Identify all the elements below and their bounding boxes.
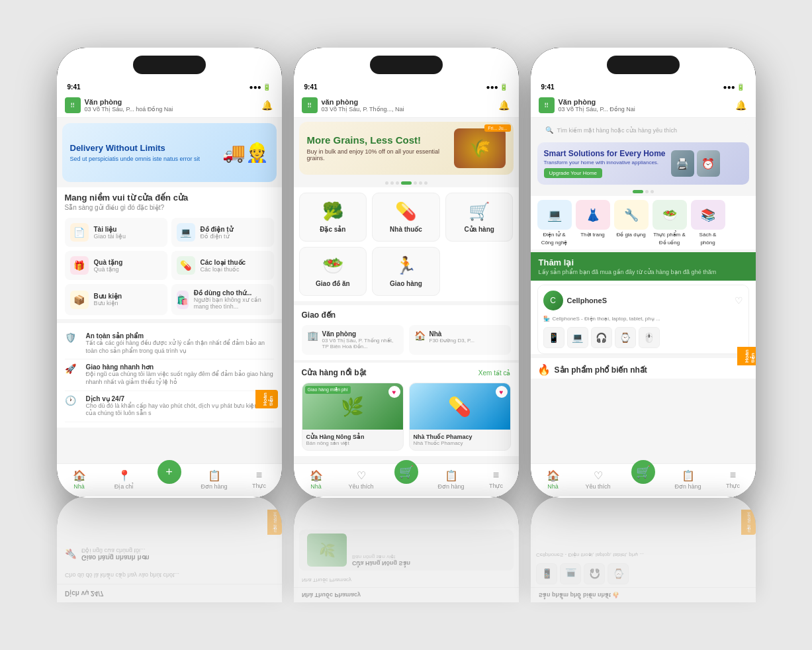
store-heart-0[interactable]: ♥ — [388, 386, 400, 398]
prod-0[interactable]: 📱 — [543, 327, 564, 348]
menu-icon-1[interactable]: ⠿ — [65, 97, 81, 113]
main-cat-icon-4: 🏃 — [395, 255, 416, 276]
phone-3: 9:41 ●●● 🔋 ⠿ Văn phòng 03 Võ Thị Sáu, P.… — [531, 48, 756, 498]
store-card-body-0: Cửa Hàng Nông Sản Bán nông sản việt — [302, 430, 403, 450]
cat-item-0[interactable]: 📄 Tài liệu Giao tài liệu — [65, 218, 167, 247]
menu-icon-2[interactable]: ⠿ — [302, 97, 318, 113]
shop-heart-icon[interactable]: ♡ — [735, 295, 743, 306]
cat-item-5[interactable]: 🛍️ Đồ dùng cho thứ... Người bạn không xư… — [171, 284, 274, 315]
tagline-sub-1: Sẵn sàng gửi điều gì đó đặc biệt? — [65, 204, 274, 211]
cat-thumb-label-0-2: Công nghệ — [541, 240, 568, 246]
nav-home-2[interactable]: 🏠 Nhà — [294, 469, 339, 490]
upgrade-btn[interactable]: Upgrade Your Home — [544, 168, 603, 178]
addr-card-0[interactable]: 🏢 Văn phòng 03 Võ Thị Sáu, P. Thống nhất… — [302, 325, 404, 355]
nav-more-2[interactable]: ≡ Thực — [474, 469, 519, 490]
nav-more-3[interactable]: ≡ Thực — [711, 469, 756, 490]
main-cat-label-1: Nhà thuốc — [390, 226, 422, 233]
nav-center-btn-2[interactable]: 🛒 — [394, 460, 418, 484]
nav-home-label-3: Nhà — [547, 483, 559, 490]
nav-address-label-1: Địa chỉ — [114, 483, 134, 490]
tagline-1: Mang niềm vui từ cửa đến cửa Sẵn sàng gử… — [57, 187, 282, 214]
smart-banner: Smart Solutions for Every Home Transform… — [537, 142, 749, 185]
feature-icon-1: 🚀 — [65, 363, 81, 379]
nav-fav-2[interactable]: ♡ Yêu thích — [339, 469, 384, 490]
prod-3[interactable]: ⌚ — [615, 327, 636, 348]
cat-thumb-0[interactable]: 💻 Điện tử & Công nghệ — [537, 200, 572, 246]
cat-thumb-1[interactable]: 👗 Thời trang — [576, 200, 610, 246]
tagline-title-1: Mang niềm vui từ cửa đến cửa — [65, 193, 274, 203]
nav-home-1[interactable]: 🏠 Nhà — [57, 469, 102, 490]
bell-icon-1[interactable]: 🔔 — [261, 99, 274, 112]
header-1: ⠿ Văn phòng 03 Võ Thị Sáu, P... hoá Đồng… — [57, 93, 282, 118]
status-bar-2: 9:41 ●●● 🔋 — [294, 81, 519, 93]
main-cat-2[interactable]: 🛒 Cửa hàng — [445, 193, 514, 242]
bell-icon-3[interactable]: 🔔 — [735, 99, 748, 112]
nav-center-2[interactable]: 🛒 — [384, 469, 429, 490]
dot-2 — [390, 181, 394, 185]
nav-center-3[interactable]: 🛒 — [621, 469, 666, 490]
time-1: 9:41 — [68, 83, 81, 91]
grain-title: More Grains, Less Cost! — [307, 135, 455, 146]
nav-home-3[interactable]: 🏠 Nhà — [531, 469, 576, 490]
menu-icon-3[interactable]: ⠿ — [539, 97, 555, 113]
home-icon-3: 🏠 — [547, 469, 560, 482]
store-card-1[interactable]: 💊 ♥ Nhà Thuốc Phamacy Nhà Thuốc Phamacy — [409, 383, 511, 451]
main-cat-3[interactable]: 🥗 Giao đồ ăn — [299, 247, 367, 296]
shop-card[interactable]: C CellphoneS ♡ 🏪 CellphoneS - Điện thoại… — [537, 285, 749, 354]
addr-card-1[interactable]: 🏠 Nhà F30 Đường D3, P... — [409, 325, 511, 355]
shop-name-info: CellphoneS — [567, 297, 608, 304]
main-cat-icon-2: 🛒 — [469, 201, 490, 222]
store-emoji-1: 💊 — [448, 396, 471, 418]
fire-icon: 🔥 — [537, 363, 551, 376]
main-cat-0[interactable]: 🥦 Đặc sản — [299, 193, 367, 242]
store-card-0[interactable]: 🌿 Giao hàng miễn phí ♥ Cửa Hàng Nông Sản… — [302, 383, 404, 451]
main-cat-4[interactable]: 🏃 Giao hàng — [372, 247, 440, 296]
banner-title-1: Delivery Without Limits — [70, 143, 217, 154]
nav-orders-3[interactable]: 📋 Đơn hàng — [666, 469, 711, 490]
nav-more-1[interactable]: ≡ Thực — [237, 469, 282, 490]
smart-banner-imgs: 🖨️ ⏰ — [671, 150, 720, 177]
location-3[interactable]: Văn phòng 03 Võ Thị Sáu, P... Đồng Nai — [559, 98, 731, 113]
location-1[interactable]: Văn phòng 03 Võ Thị Sáu, P... hoá Đồng N… — [85, 98, 257, 113]
bell-icon-2[interactable]: 🔔 — [498, 99, 511, 112]
dot3-2 — [645, 190, 649, 193]
cat-item-4[interactable]: 📦 Bưu kiện Bưu kiện — [65, 284, 167, 315]
nav-center-btn-1[interactable]: + — [158, 460, 181, 484]
location-title-1: Văn phòng — [85, 98, 257, 106]
scroll-1[interactable]: Delivery Without Limits Sed ut perspicia… — [57, 118, 282, 463]
scroll-3[interactable]: 🔍 Tìm kiếm mặt hàng hoặc cửa hàng yêu th… — [531, 118, 756, 463]
time-3: 9:41 — [541, 83, 555, 91]
hoan-tien-badge-1: Hoàn tiền — [255, 390, 278, 408]
nav-orders-2[interactable]: 📋 Đơn hàng — [429, 469, 474, 490]
dot-4-active — [401, 181, 412, 185]
address-cards: 🏢 Văn phòng 03 Võ Thị Sáu, P. Thống nhất… — [294, 322, 519, 360]
nav-center-btn-3[interactable]: 🛒 — [631, 460, 655, 484]
store-card-img-1: 💊 ♥ — [410, 383, 510, 430]
fav-icon-2: ♡ — [357, 469, 366, 482]
cat-thumb-4[interactable]: 📚 Sách & phòng — [691, 200, 725, 246]
more-icon-3: ≡ — [730, 469, 736, 481]
main-cat-1[interactable]: 💊 Nhà thuốc — [372, 193, 440, 242]
search-bar-3[interactable]: 🔍 Tìm kiếm mặt hàng hoặc cửa hàng yêu th… — [537, 122, 749, 138]
store-heart-1[interactable]: ♥ — [496, 386, 508, 398]
prod-4[interactable]: 🖱️ — [639, 327, 660, 348]
cat-item-3[interactable]: 💊 Các loại thuốc Các loại thuốc — [171, 251, 274, 280]
feature-text-2: Dịch vụ 24/7 Cho dù đó là khẩn cấp hay v… — [86, 395, 274, 418]
scroll-2[interactable]: More Grains, Less Cost! Buy in bulk and … — [294, 118, 519, 463]
nav-orders-1[interactable]: 📋 Đơn hàng — [192, 469, 237, 490]
header-2: ⠿ văn phòng 03 Võ Thị Sáu, P. Thống..., … — [294, 93, 519, 118]
nav-center-1[interactable]: + — [147, 469, 192, 490]
cat-thumb-3[interactable]: 🥗 Thực phẩm & Đồ uống — [653, 200, 687, 246]
feature-text-1: Giao hàng nhanh hơn Đội ngũ của chúng tô… — [86, 363, 274, 386]
cat-item-1[interactable]: 💻 Đồ điện tử Đồ điện tử — [171, 218, 274, 247]
xem-tat-ca-link[interactable]: Xem tất cả — [478, 369, 511, 377]
prod-1[interactable]: 💻 — [567, 327, 588, 348]
nav-address-1[interactable]: 📍 Địa chỉ — [102, 469, 147, 490]
nav-fav-3[interactable]: ♡ Yêu thích — [576, 469, 621, 490]
phone-2-notch — [370, 56, 443, 74]
cat-item-2[interactable]: 🎁 Quà tặng Quà tặng — [65, 251, 167, 280]
location-2[interactable]: văn phòng 03 Võ Thị Sáu, P. Thống..., Na… — [322, 98, 494, 113]
prod-2[interactable]: 🎧 — [591, 327, 612, 348]
cat-thumb-2[interactable]: 🔧 Đồ gia dụng — [614, 200, 649, 246]
main-cat-label-4: Giao hàng — [390, 280, 422, 287]
